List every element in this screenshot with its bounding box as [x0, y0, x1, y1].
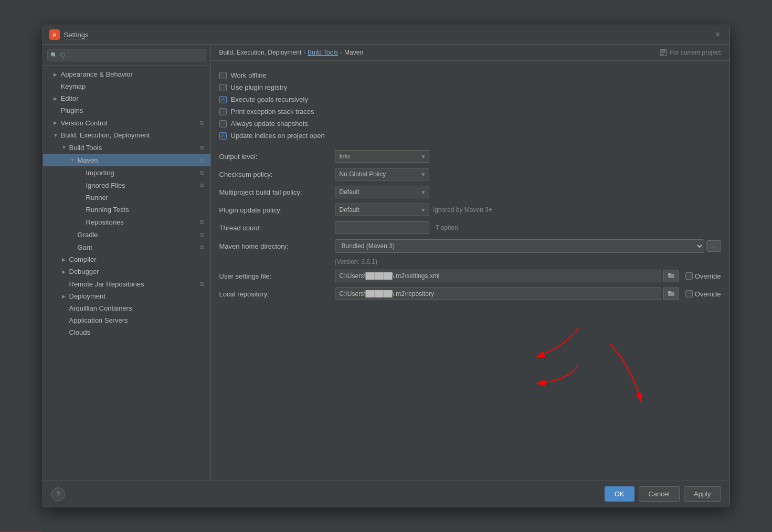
- checkbox-execute-goals[interactable]: ✓: [219, 96, 227, 103]
- svg-rect-8: [668, 273, 671, 275]
- dialog-footer: ? OK Cancel Apply: [43, 481, 729, 507]
- sidebar-item-keymap[interactable]: Keymap: [43, 80, 210, 92]
- sidebar-item-debugger[interactable]: ▶ Debugger: [43, 265, 210, 278]
- sidebar-item-version-control[interactable]: ▶ Version Control ⧉: [43, 116, 210, 129]
- sidebar-tree: ▶ Appearance & Behavior Keymap ▶ Editor …: [43, 66, 210, 481]
- multiproject-policy-select[interactable]: Default Fail at end Never fail: [335, 186, 429, 198]
- breadcrumb-bar: Build, Execution, Deployment › Build Too…: [211, 45, 729, 61]
- checksum-policy-select-wrapper: No Global Policy Warn Fail Ignore ▼: [335, 168, 429, 180]
- form-section: Output level: Info Debug Warn Error ▼: [219, 150, 721, 300]
- svg-rect-6: [661, 54, 664, 55]
- local-repo-row: Local repository: Over: [219, 288, 721, 300]
- expand-arrow-bed: ▼: [54, 133, 61, 138]
- apply-button[interactable]: Apply: [684, 486, 721, 502]
- sidebar-label-maven: Maven: [78, 156, 198, 164]
- plugin-update-policy-select-wrapper: Default Always Never Daily ▼: [335, 204, 429, 216]
- checkbox-row-work-offline: Work offline: [219, 69, 721, 81]
- search-input[interactable]: [47, 49, 206, 61]
- sidebar-item-importing[interactable]: Importing ⧉: [43, 166, 210, 179]
- thread-count-input[interactable]: [335, 221, 429, 234]
- sidebar-item-maven[interactable]: ▼ Maven ⧉: [43, 154, 210, 166]
- expand-arrow-maven: ▼: [70, 157, 78, 163]
- copy-icon-vc: ⧉: [198, 119, 206, 127]
- expand-arrow-vc: ▶: [54, 120, 61, 125]
- sidebar-item-runner[interactable]: Runner: [43, 191, 210, 204]
- sidebar-item-editor[interactable]: ▶ Editor: [43, 92, 210, 104]
- sidebar-label-bt: Build Tools: [69, 144, 198, 152]
- footer-right: OK Cancel Apply: [605, 486, 721, 502]
- sidebar-item-build-tools[interactable]: ▼ Build Tools ⧉: [43, 141, 210, 154]
- checkbox-plugin-registry[interactable]: [219, 84, 227, 91]
- sidebar-label-app-servers: Application Servers: [69, 316, 206, 324]
- local-repo-override-checkbox[interactable]: [685, 290, 693, 297]
- user-settings-row: User settings file: Ov: [219, 270, 721, 282]
- sidebar-item-clouds[interactable]: Clouds: [43, 326, 210, 338]
- search-box: 🔍: [43, 45, 210, 66]
- maven-home-select[interactable]: Bundled (Maven 3): [335, 239, 705, 253]
- sidebar-item-deployment[interactable]: ▶ Deployment: [43, 290, 210, 302]
- ok-button[interactable]: OK: [605, 486, 634, 502]
- svg-rect-10: [668, 291, 671, 293]
- plugin-update-policy-select[interactable]: Default Always Never Daily: [335, 204, 429, 216]
- local-repo-browse-btn[interactable]: [663, 288, 679, 300]
- output-level-select-wrapper: Info Debug Warn Error ▼: [335, 150, 429, 163]
- user-settings-override-row: Override: [685, 272, 721, 280]
- sidebar-label-remote-jar: Remote Jar Repositories: [69, 280, 198, 288]
- user-settings-input[interactable]: [335, 270, 661, 282]
- expand-arrow-editor: ▶: [54, 96, 61, 101]
- checkbox-row-execute-goals: ✓ Execute goals recursively: [219, 93, 721, 105]
- sidebar-item-plugins[interactable]: Plugins: [43, 104, 210, 116]
- close-button[interactable]: ×: [713, 29, 723, 40]
- sidebar-label-gant: Gant: [78, 243, 198, 251]
- sidebar-item-ignored-files[interactable]: Ignored Files ⧉: [43, 179, 210, 191]
- sidebar-item-gant[interactable]: Gant ⧉: [43, 241, 210, 253]
- help-button[interactable]: ?: [51, 487, 65, 501]
- sidebar-label-runner: Runner: [86, 194, 206, 201]
- sidebar-label-importing: Importing: [86, 169, 198, 177]
- cancel-button[interactable]: Cancel: [639, 486, 680, 502]
- plugin-update-policy-control: Default Always Never Daily ▼ ignored by …: [335, 204, 492, 216]
- sidebar-item-repositories[interactable]: Repositories ⧉: [43, 216, 210, 228]
- expand-arrow-debugger: ▶: [62, 269, 69, 274]
- copy-icon-remote-jar: ⧉: [198, 280, 206, 288]
- expand-arrow-appearance: ▶: [54, 72, 61, 77]
- maven-version-text: (Version: 3.6.1): [335, 258, 721, 265]
- title-bar-left: P Settings: [49, 29, 89, 40]
- sidebar-label-gradle: Gradle: [78, 231, 198, 239]
- sidebar-label-ignored: Ignored Files: [86, 182, 198, 189]
- checkbox-row-always-update: Always update snapshots: [219, 118, 721, 130]
- sidebar-item-appearance[interactable]: ▶ Appearance & Behavior: [43, 68, 210, 80]
- sidebar-item-running-tests[interactable]: Running Tests: [43, 204, 210, 216]
- breadcrumb-sep-2: ›: [340, 49, 342, 56]
- user-settings-override-checkbox[interactable]: [685, 272, 693, 280]
- folder-icon: [668, 272, 674, 279]
- checksum-policy-select[interactable]: No Global Policy Warn Fail Ignore: [335, 168, 429, 180]
- checkbox-print-exception[interactable]: [219, 108, 227, 115]
- sidebar-item-build-execution[interactable]: ▼ Build, Execution, Deployment: [43, 129, 210, 141]
- checkbox-always-update[interactable]: [219, 120, 227, 127]
- output-level-label: Output level:: [219, 153, 335, 161]
- sidebar-item-arquillian[interactable]: Arquillian Containers: [43, 302, 210, 314]
- output-level-select[interactable]: Info Debug Warn Error: [335, 150, 429, 163]
- sidebar-item-gradle[interactable]: Gradle ⧉: [43, 228, 210, 241]
- output-level-control: Info Debug Warn Error ▼: [335, 150, 429, 163]
- checkbox-row-print-exception: Print exception stack traces: [219, 105, 721, 118]
- sidebar-item-compiler[interactable]: ▶ Compiler: [43, 253, 210, 265]
- sidebar-label-plugins: Plugins: [61, 107, 206, 114]
- dialog-title: Settings: [64, 31, 89, 39]
- local-repo-input[interactable]: [335, 288, 661, 300]
- checkbox-update-indices[interactable]: ✓: [219, 132, 227, 140]
- user-settings-browse-btn[interactable]: [663, 270, 679, 282]
- maven-home-browse-btn[interactable]: ...: [706, 240, 721, 252]
- plugin-update-policy-label: Plugin update policy:: [219, 206, 335, 214]
- output-level-row: Output level: Info Debug Warn Error ▼: [219, 150, 721, 163]
- label-always-update: Always update snapshots: [231, 120, 308, 127]
- plugin-update-hint: ignored by Maven 3+: [433, 206, 492, 214]
- copy-icon-repos: ⧉: [198, 218, 206, 226]
- sidebar-label-editor: Editor: [61, 94, 206, 102]
- checkbox-work-offline[interactable]: [219, 72, 227, 79]
- sidebar-item-app-servers[interactable]: Application Servers: [43, 314, 210, 326]
- main-content: Build, Execution, Deployment › Build Too…: [211, 45, 729, 481]
- sidebar-item-remote-jar[interactable]: Remote Jar Repositories ⧉: [43, 278, 210, 290]
- check-mark-execute-goals: ✓: [220, 96, 225, 103]
